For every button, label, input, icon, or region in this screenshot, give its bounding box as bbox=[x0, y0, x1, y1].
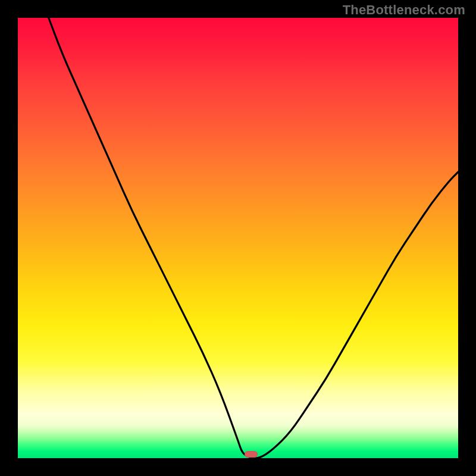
curve-svg bbox=[18, 18, 458, 458]
optimal-marker bbox=[245, 451, 258, 458]
bottleneck-curve-path bbox=[49, 18, 458, 458]
plot-area bbox=[18, 18, 458, 458]
watermark-text: TheBottleneck.com bbox=[343, 2, 465, 18]
chart-frame: TheBottleneck.com bbox=[0, 0, 476, 476]
